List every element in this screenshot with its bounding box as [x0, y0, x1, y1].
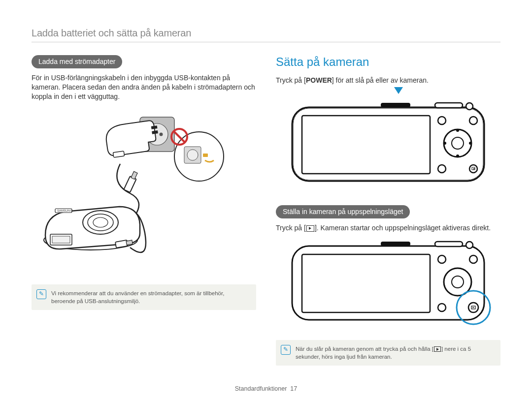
svg-rect-30 [302, 116, 430, 174]
power-instruction: Tryck på [POWER] för att slå på eller av… [276, 76, 500, 85]
left-column: Ladda med strömadapter För in USB-förlän… [32, 55, 256, 366]
illustration-camera-back-playback [276, 239, 500, 332]
svg-point-46 [466, 242, 473, 248]
illustration-charging: SAMSUNG [32, 107, 256, 277]
svg-rect-45 [435, 242, 463, 247]
svg-rect-47 [302, 254, 430, 312]
pill-playback-mode: Ställa in kameran på uppspelningsläget [276, 205, 410, 218]
svg-point-3 [160, 132, 163, 136]
svg-point-50 [438, 255, 446, 263]
note-icon: ✎ [36, 289, 46, 299]
svg-point-18 [93, 217, 108, 227]
svg-point-34 [456, 154, 459, 157]
svg-rect-28 [435, 103, 463, 108]
svg-line-12 [174, 131, 185, 142]
note-usb-adapter: ✎ Vi rekommenderar att du använder en st… [32, 284, 256, 310]
play-pre: Tryck på [ [276, 224, 306, 232]
svg-point-33 [456, 129, 459, 132]
power-label: POWER [306, 76, 332, 84]
page-header: Ladda batteriet och sätta på kameran [32, 28, 500, 42]
svg-point-32 [452, 137, 464, 149]
svg-rect-14 [131, 171, 137, 179]
svg-rect-10 [203, 154, 208, 157]
charge-adapter-body: För in USB-förlängningskabeln i den inby… [32, 73, 256, 101]
svg-point-9 [187, 150, 198, 160]
svg-point-49 [452, 276, 464, 288]
illustration-camera-back-power [276, 100, 500, 188]
svg-rect-27 [381, 103, 410, 107]
power-pre: Tryck på [ [276, 76, 306, 84]
power-post: ] för att slå på eller av kameran. [332, 76, 429, 84]
svg-point-35 [443, 142, 446, 145]
note-silent-startup: ✎ När du slår på kameran genom att tryck… [276, 340, 500, 366]
svg-text:SAMSUNG: SAMSUNG [57, 209, 72, 212]
footer-page-number: 17 [290, 385, 297, 392]
svg-rect-24 [126, 240, 133, 245]
note-icon: ✎ [281, 345, 291, 355]
svg-point-29 [466, 103, 473, 110]
right-column: Sätta på kameran Tryck på [POWER] för at… [276, 55, 500, 366]
pill-charge-adapter: Ladda med strömadapter [32, 55, 122, 68]
note-text: Vi rekommenderar att du använder en strö… [51, 290, 224, 304]
section-title-power-on: Sätta på kameran [276, 55, 500, 69]
svg-point-37 [438, 117, 446, 124]
svg-point-39 [438, 165, 446, 173]
footer-section: Standardfunktioner [235, 385, 287, 392]
play-icon [434, 346, 441, 352]
svg-point-38 [469, 117, 477, 124]
page-footer: Standardfunktioner 17 [0, 385, 532, 392]
playback-instruction: Tryck på []. Kameran startar och uppspel… [276, 223, 500, 233]
svg-point-36 [469, 142, 472, 145]
svg-rect-22 [52, 236, 70, 243]
note-pre: När du slår på kameran genom att trycka … [296, 346, 433, 352]
svg-point-51 [469, 255, 477, 263]
arrow-down-icon [394, 87, 403, 94]
play-icon [306, 225, 314, 232]
play-post: ]. Kameran startar och uppspelningsläget… [315, 224, 491, 232]
svg-rect-6 [113, 151, 124, 157]
svg-rect-44 [381, 242, 410, 246]
svg-point-52 [438, 304, 446, 311]
